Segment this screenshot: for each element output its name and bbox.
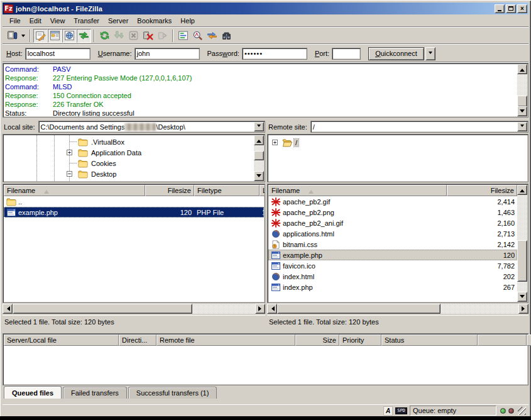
reconnect-button[interactable] bbox=[155, 29, 170, 43]
scroll-down-button[interactable] bbox=[254, 171, 264, 181]
port-input[interactable] bbox=[332, 48, 361, 60]
column-header-directi-[interactable]: Directi... bbox=[119, 334, 156, 346]
tree-item-desktop[interactable]: −Desktop bbox=[4, 169, 264, 179]
remote-site-dropdown-button[interactable] bbox=[517, 122, 527, 131]
message-log-scrollbar[interactable] bbox=[517, 64, 527, 116]
tree-item-cookies[interactable]: Cookies bbox=[4, 158, 264, 169]
column-header-filename[interactable]: Filename bbox=[268, 185, 447, 196]
scroll-up-button[interactable] bbox=[517, 185, 527, 195]
menu-server[interactable]: Server bbox=[104, 16, 133, 26]
file-row-apache-pb2.png[interactable]: apache_pb2.png1,463 bbox=[268, 207, 517, 218]
local-tree-scrollbar[interactable] bbox=[254, 135, 264, 181]
menu-bookmarks[interactable]: Bookmarks bbox=[133, 16, 176, 26]
file-row-index.html[interactable]: index.html202 bbox=[268, 271, 517, 282]
menu-help[interactable]: Help bbox=[176, 16, 199, 26]
title-bar[interactable]: Fz john@localhost - FileZilla × bbox=[3, 3, 528, 14]
file-row-..[interactable]: .. bbox=[4, 196, 264, 207]
column-header-l[interactable]: L bbox=[260, 185, 265, 196]
toggle-remote-tree-button[interactable] bbox=[62, 29, 77, 43]
local-horizontal-scrollbar[interactable] bbox=[3, 304, 265, 314]
cancel-operation-button[interactable] bbox=[126, 29, 141, 43]
process-queue-button[interactable] bbox=[112, 29, 126, 43]
quickconnect-dropdown-button[interactable] bbox=[425, 47, 435, 60]
file-row-favicon.ico[interactable]: favicon.ico7,782 bbox=[268, 260, 517, 271]
refresh-button[interactable] bbox=[97, 29, 112, 43]
cell-name: apache_pb2_ani.gif bbox=[268, 218, 447, 228]
file-row-example.php[interactable]: example.php120 bbox=[268, 250, 517, 260]
minimize-button[interactable] bbox=[495, 4, 505, 13]
scroll-up-button[interactable] bbox=[517, 64, 527, 74]
column-header-filler bbox=[527, 334, 531, 346]
toggle-local-tree-button[interactable] bbox=[48, 29, 62, 43]
file-row-applications.html[interactable]: applications.html2,713 bbox=[268, 228, 517, 239]
cell-name: .. bbox=[4, 196, 145, 207]
scroll-right-button[interactable] bbox=[518, 304, 528, 314]
local-site-combobox[interactable]: C:\Documents and Settings\Desktop\ bbox=[38, 121, 265, 133]
quickconnect-button-label: Quickconnect bbox=[375, 50, 417, 57]
filezilla-app-icon: Fz bbox=[4, 4, 13, 13]
remote-list-scrollbar[interactable] bbox=[517, 185, 527, 302]
file-row-apache-pb2.gif[interactable]: apache_pb2.gif2,414 bbox=[268, 196, 517, 207]
toggle-transfer-queue-button[interactable] bbox=[77, 29, 91, 43]
maximize-button[interactable] bbox=[506, 4, 516, 13]
site-manager-button[interactable] bbox=[5, 29, 19, 43]
column-header-filesize[interactable]: Filesize bbox=[447, 185, 517, 196]
file-row-bitnami.css[interactable]: bitnami.css2,142 bbox=[268, 239, 517, 250]
disconnect-button[interactable] bbox=[141, 29, 155, 43]
column-header-size[interactable]: Size bbox=[295, 334, 339, 346]
tab-successful-transfers-1-[interactable]: Successful transfers (1) bbox=[128, 387, 217, 399]
column-header-filetype[interactable]: Filetype bbox=[194, 185, 260, 196]
quickconnect-button[interactable]: Quickconnect bbox=[368, 47, 424, 60]
tab-failed-transfers[interactable]: Failed transfers bbox=[63, 387, 127, 399]
column-header-filename[interactable]: Filename bbox=[4, 185, 145, 196]
remote-horizontal-scrollbar[interactable] bbox=[267, 304, 528, 314]
tree-item--virtualbox[interactable]: .VirtualBox bbox=[4, 136, 264, 147]
column-header-label: Directi... bbox=[122, 336, 147, 344]
column-header-status[interactable]: Status bbox=[381, 334, 478, 346]
column-header-server-local-file[interactable]: Server/Local file bbox=[4, 334, 119, 346]
column-header-priority[interactable]: Priority bbox=[339, 334, 381, 346]
find-files-button[interactable] bbox=[219, 29, 234, 43]
scroll-down-button[interactable] bbox=[517, 292, 527, 302]
collapse-icon[interactable]: − bbox=[67, 171, 72, 177]
username-input[interactable]: john bbox=[134, 48, 200, 60]
file-row-index.php[interactable]: index.php267 bbox=[268, 282, 517, 292]
scrollbar-thumb[interactable] bbox=[13, 304, 192, 314]
expand-icon[interactable]: + bbox=[67, 150, 72, 155]
directory-comparison-button[interactable] bbox=[190, 29, 205, 43]
scroll-up-button[interactable] bbox=[254, 135, 264, 145]
scroll-left-button[interactable] bbox=[3, 304, 13, 314]
scrollbar-thumb[interactable] bbox=[517, 96, 527, 107]
menu-view[interactable]: View bbox=[46, 16, 70, 26]
scrollbar-thumb[interactable] bbox=[254, 151, 264, 160]
expand-icon[interactable]: + bbox=[272, 140, 278, 145]
column-header-filesize[interactable]: Filesize bbox=[145, 185, 194, 196]
host-input[interactable]: localhost bbox=[25, 48, 90, 60]
file-row-apache-pb2-ani.gif[interactable]: apache_pb2_ani.gif2,160 bbox=[268, 218, 517, 228]
password-input[interactable]: •••••• bbox=[242, 48, 307, 60]
tree-item-root[interactable]: +/ bbox=[268, 137, 527, 148]
directory-filters-button[interactable] bbox=[176, 29, 190, 43]
remote-site-combobox[interactable]: / bbox=[310, 121, 528, 133]
tab-queued-files[interactable]: Queued files bbox=[4, 386, 62, 399]
menu-file[interactable]: File bbox=[5, 16, 25, 26]
toggle-message-log-button[interactable] bbox=[33, 29, 48, 43]
column-header-spacer[interactable] bbox=[478, 334, 527, 346]
local-site-dropdown-button[interactable] bbox=[254, 122, 264, 131]
column-header-remote-file[interactable]: Remote file bbox=[156, 334, 295, 346]
scrollbar-thumb[interactable] bbox=[277, 304, 441, 314]
scroll-right-button[interactable] bbox=[255, 304, 265, 314]
menu-transfer[interactable]: Transfer bbox=[69, 16, 104, 26]
synchronized-browsing-button[interactable] bbox=[205, 29, 219, 43]
tree-item-application-data[interactable]: +Application Data bbox=[4, 147, 264, 158]
scroll-down-button[interactable] bbox=[517, 106, 527, 116]
scrollbar-thumb[interactable] bbox=[517, 240, 527, 282]
resize-grip[interactable] bbox=[518, 407, 526, 415]
close-button[interactable]: × bbox=[517, 4, 527, 13]
scroll-left-button[interactable] bbox=[267, 304, 277, 314]
site-manager-dropdown-button[interactable] bbox=[19, 29, 27, 43]
menu-edit[interactable]: Edit bbox=[25, 16, 46, 26]
cell-size bbox=[145, 196, 194, 207]
file-row-example.php[interactable]: example.php120PHP File1 bbox=[4, 207, 264, 218]
arrow-left-icon bbox=[4, 306, 10, 311]
